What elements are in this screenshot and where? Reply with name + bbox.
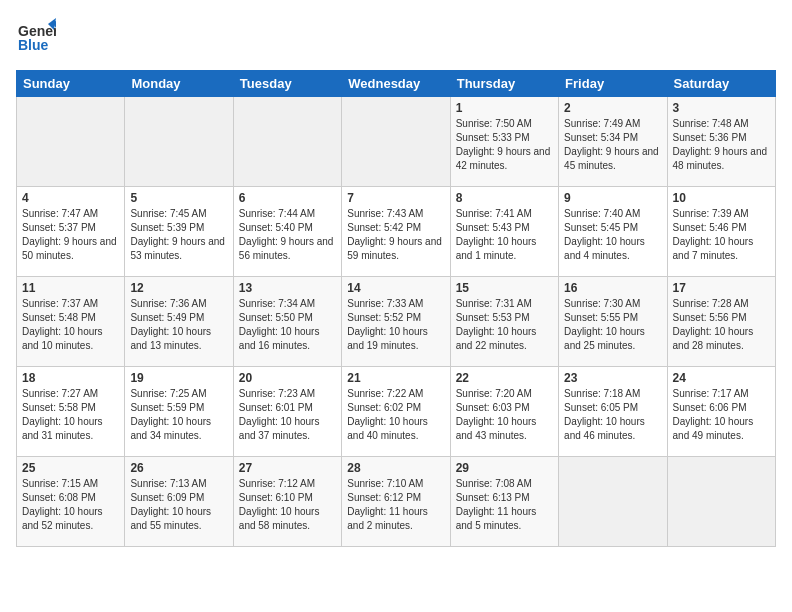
logo: General Blue <box>16 16 55 60</box>
day-number: 12 <box>130 281 227 295</box>
day-info: Sunrise: 7:18 AMSunset: 6:05 PMDaylight:… <box>564 387 661 443</box>
header-sunday: Sunday <box>17 71 125 97</box>
week-row-3: 18 Sunrise: 7:27 AMSunset: 5:58 PMDaylig… <box>17 367 776 457</box>
day-info: Sunrise: 7:37 AMSunset: 5:48 PMDaylight:… <box>22 297 119 353</box>
day-info: Sunrise: 7:12 AMSunset: 6:10 PMDaylight:… <box>239 477 336 533</box>
week-row-4: 25 Sunrise: 7:15 AMSunset: 6:08 PMDaylig… <box>17 457 776 547</box>
calendar-cell: 6 Sunrise: 7:44 AMSunset: 5:40 PMDayligh… <box>233 187 341 277</box>
day-info: Sunrise: 7:39 AMSunset: 5:46 PMDaylight:… <box>673 207 770 263</box>
calendar-cell <box>342 97 450 187</box>
day-info: Sunrise: 7:49 AMSunset: 5:34 PMDaylight:… <box>564 117 661 173</box>
calendar-cell: 9 Sunrise: 7:40 AMSunset: 5:45 PMDayligh… <box>559 187 667 277</box>
day-number: 17 <box>673 281 770 295</box>
day-info: Sunrise: 7:45 AMSunset: 5:39 PMDaylight:… <box>130 207 227 263</box>
calendar-cell: 3 Sunrise: 7:48 AMSunset: 5:36 PMDayligh… <box>667 97 775 187</box>
calendar-cell: 16 Sunrise: 7:30 AMSunset: 5:55 PMDaylig… <box>559 277 667 367</box>
day-number: 1 <box>456 101 553 115</box>
calendar-cell: 8 Sunrise: 7:41 AMSunset: 5:43 PMDayligh… <box>450 187 558 277</box>
day-number: 20 <box>239 371 336 385</box>
svg-text:Blue: Blue <box>18 37 49 53</box>
header-saturday: Saturday <box>667 71 775 97</box>
calendar-cell <box>233 97 341 187</box>
calendar-cell <box>17 97 125 187</box>
calendar-cell <box>667 457 775 547</box>
calendar-cell: 27 Sunrise: 7:12 AMSunset: 6:10 PMDaylig… <box>233 457 341 547</box>
calendar-cell: 1 Sunrise: 7:50 AMSunset: 5:33 PMDayligh… <box>450 97 558 187</box>
day-number: 7 <box>347 191 444 205</box>
day-info: Sunrise: 7:41 AMSunset: 5:43 PMDaylight:… <box>456 207 553 263</box>
day-info: Sunrise: 7:25 AMSunset: 5:59 PMDaylight:… <box>130 387 227 443</box>
day-number: 8 <box>456 191 553 205</box>
day-number: 25 <box>22 461 119 475</box>
day-info: Sunrise: 7:47 AMSunset: 5:37 PMDaylight:… <box>22 207 119 263</box>
day-number: 6 <box>239 191 336 205</box>
day-info: Sunrise: 7:23 AMSunset: 6:01 PMDaylight:… <box>239 387 336 443</box>
calendar-cell: 20 Sunrise: 7:23 AMSunset: 6:01 PMDaylig… <box>233 367 341 457</box>
day-number: 28 <box>347 461 444 475</box>
day-number: 29 <box>456 461 553 475</box>
header-thursday: Thursday <box>450 71 558 97</box>
calendar-cell: 2 Sunrise: 7:49 AMSunset: 5:34 PMDayligh… <box>559 97 667 187</box>
calendar-cell: 14 Sunrise: 7:33 AMSunset: 5:52 PMDaylig… <box>342 277 450 367</box>
day-info: Sunrise: 7:13 AMSunset: 6:09 PMDaylight:… <box>130 477 227 533</box>
calendar-cell: 12 Sunrise: 7:36 AMSunset: 5:49 PMDaylig… <box>125 277 233 367</box>
header-wednesday: Wednesday <box>342 71 450 97</box>
day-number: 16 <box>564 281 661 295</box>
calendar-table: SundayMondayTuesdayWednesdayThursdayFrid… <box>16 70 776 547</box>
calendar-cell <box>559 457 667 547</box>
calendar-cell: 11 Sunrise: 7:37 AMSunset: 5:48 PMDaylig… <box>17 277 125 367</box>
day-info: Sunrise: 7:34 AMSunset: 5:50 PMDaylight:… <box>239 297 336 353</box>
day-number: 18 <box>22 371 119 385</box>
calendar-cell: 23 Sunrise: 7:18 AMSunset: 6:05 PMDaylig… <box>559 367 667 457</box>
day-number: 19 <box>130 371 227 385</box>
day-number: 22 <box>456 371 553 385</box>
calendar-cell: 21 Sunrise: 7:22 AMSunset: 6:02 PMDaylig… <box>342 367 450 457</box>
calendar-cell: 17 Sunrise: 7:28 AMSunset: 5:56 PMDaylig… <box>667 277 775 367</box>
day-info: Sunrise: 7:10 AMSunset: 6:12 PMDaylight:… <box>347 477 444 533</box>
day-info: Sunrise: 7:44 AMSunset: 5:40 PMDaylight:… <box>239 207 336 263</box>
header-tuesday: Tuesday <box>233 71 341 97</box>
day-number: 14 <box>347 281 444 295</box>
day-number: 9 <box>564 191 661 205</box>
calendar-cell: 18 Sunrise: 7:27 AMSunset: 5:58 PMDaylig… <box>17 367 125 457</box>
day-number: 21 <box>347 371 444 385</box>
day-number: 26 <box>130 461 227 475</box>
day-number: 27 <box>239 461 336 475</box>
day-info: Sunrise: 7:48 AMSunset: 5:36 PMDaylight:… <box>673 117 770 173</box>
day-info: Sunrise: 7:36 AMSunset: 5:49 PMDaylight:… <box>130 297 227 353</box>
day-number: 11 <box>22 281 119 295</box>
calendar-cell: 7 Sunrise: 7:43 AMSunset: 5:42 PMDayligh… <box>342 187 450 277</box>
day-info: Sunrise: 7:28 AMSunset: 5:56 PMDaylight:… <box>673 297 770 353</box>
calendar-cell: 22 Sunrise: 7:20 AMSunset: 6:03 PMDaylig… <box>450 367 558 457</box>
calendar-cell: 25 Sunrise: 7:15 AMSunset: 6:08 PMDaylig… <box>17 457 125 547</box>
calendar-cell: 24 Sunrise: 7:17 AMSunset: 6:06 PMDaylig… <box>667 367 775 457</box>
logo-icon: General Blue <box>16 16 56 56</box>
day-info: Sunrise: 7:33 AMSunset: 5:52 PMDaylight:… <box>347 297 444 353</box>
week-row-2: 11 Sunrise: 7:37 AMSunset: 5:48 PMDaylig… <box>17 277 776 367</box>
calendar-cell: 5 Sunrise: 7:45 AMSunset: 5:39 PMDayligh… <box>125 187 233 277</box>
day-info: Sunrise: 7:50 AMSunset: 5:33 PMDaylight:… <box>456 117 553 173</box>
day-info: Sunrise: 7:43 AMSunset: 5:42 PMDaylight:… <box>347 207 444 263</box>
calendar-cell: 13 Sunrise: 7:34 AMSunset: 5:50 PMDaylig… <box>233 277 341 367</box>
calendar-cell: 26 Sunrise: 7:13 AMSunset: 6:09 PMDaylig… <box>125 457 233 547</box>
day-info: Sunrise: 7:40 AMSunset: 5:45 PMDaylight:… <box>564 207 661 263</box>
day-info: Sunrise: 7:15 AMSunset: 6:08 PMDaylight:… <box>22 477 119 533</box>
day-number: 2 <box>564 101 661 115</box>
day-number: 24 <box>673 371 770 385</box>
week-row-0: 1 Sunrise: 7:50 AMSunset: 5:33 PMDayligh… <box>17 97 776 187</box>
day-number: 10 <box>673 191 770 205</box>
calendar-cell: 10 Sunrise: 7:39 AMSunset: 5:46 PMDaylig… <box>667 187 775 277</box>
day-info: Sunrise: 7:08 AMSunset: 6:13 PMDaylight:… <box>456 477 553 533</box>
calendar-cell: 19 Sunrise: 7:25 AMSunset: 5:59 PMDaylig… <box>125 367 233 457</box>
calendar-cell <box>125 97 233 187</box>
day-number: 23 <box>564 371 661 385</box>
day-number: 15 <box>456 281 553 295</box>
day-info: Sunrise: 7:30 AMSunset: 5:55 PMDaylight:… <box>564 297 661 353</box>
day-info: Sunrise: 7:20 AMSunset: 6:03 PMDaylight:… <box>456 387 553 443</box>
day-info: Sunrise: 7:22 AMSunset: 6:02 PMDaylight:… <box>347 387 444 443</box>
header-friday: Friday <box>559 71 667 97</box>
calendar-cell: 4 Sunrise: 7:47 AMSunset: 5:37 PMDayligh… <box>17 187 125 277</box>
calendar-cell: 28 Sunrise: 7:10 AMSunset: 6:12 PMDaylig… <box>342 457 450 547</box>
day-number: 5 <box>130 191 227 205</box>
day-number: 13 <box>239 281 336 295</box>
